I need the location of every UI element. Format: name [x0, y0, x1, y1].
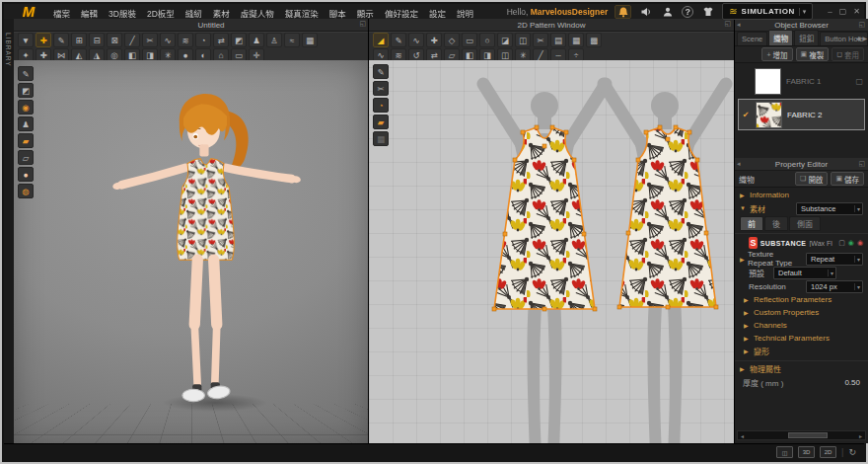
simulate-toggle[interactable]: ◉ [18, 100, 34, 115]
right-panel-hscrollbar[interactable]: ◂ ▸ [737, 430, 866, 440]
fabric-row-1[interactable]: FABRIC 1 ▢ [738, 65, 865, 97]
scroll-right-icon[interactable]: ▸ [856, 432, 865, 439]
fabric-row-2[interactable]: ✔ FABRIC 2 [738, 99, 865, 130]
texture-repeat-dropdown[interactable]: Repeat ▾ [806, 253, 863, 266]
texture-brush-toggle[interactable]: ✎ [18, 66, 34, 81]
refresh-icon[interactable]: ↻ [848, 447, 856, 457]
save-fabric-button[interactable]: ▣儲存 [831, 172, 864, 186]
section-information[interactable]: ▶ Information [735, 188, 868, 201]
scissors-tool[interactable]: ✂ [142, 33, 158, 47]
menu-render[interactable]: 擬真渲染 [285, 9, 319, 19]
fabric-library-toggle[interactable]: ▰ [18, 133, 34, 148]
restore-button[interactable]: ▢ [839, 7, 847, 16]
fabric-info-icon[interactable]: ▢ [855, 77, 863, 86]
simulation-button[interactable]: ≋ SIMULATION ▾ [722, 3, 813, 20]
apply-fabric-button[interactable]: ◻套用 [832, 47, 864, 61]
scrollbar-thumb[interactable] [788, 432, 828, 438]
garment-fit-tool[interactable]: ◩ [231, 33, 247, 47]
section-deformation[interactable]: ▶ 變形 [744, 345, 868, 357]
world-view-toggle[interactable]: ◍ [18, 184, 34, 198]
segment-sew-tool[interactable]: ∿ [160, 33, 176, 47]
close-button[interactable]: ✕ [853, 7, 860, 16]
trace-tool[interactable]: ◫ [515, 33, 531, 47]
thickness-value[interactable]: 0.50 [844, 378, 860, 387]
cut-tool[interactable]: ✂ [533, 33, 548, 47]
cut-sew-tool[interactable]: ✂ [373, 81, 389, 96]
substance-box-icon[interactable]: ▢ [838, 239, 845, 247]
pattern-piece-back[interactable] [619, 127, 716, 307]
float-window-icon[interactable]: ◱ [359, 20, 366, 28]
section-physical-properties[interactable]: ▶ 物理屬性 [735, 360, 868, 375]
collapse-panel-icon[interactable]: ◂ [737, 160, 741, 168]
material-tab-side[interactable]: 側面 [789, 216, 821, 231]
pin-remove-tool[interactable]: ⊠ [107, 33, 122, 47]
tab-scene[interactable]: Scene [737, 32, 767, 45]
measure-tool[interactable]: ╱ [124, 33, 140, 47]
pin-move-tool[interactable]: ⊟ [89, 33, 105, 47]
viewport-3d[interactable]: ✎◩◉♟▰▱●◍ [14, 60, 369, 447]
help-icon[interactable]: ? [682, 6, 693, 18]
tab-button[interactable]: 鈕釦 [794, 30, 819, 45]
notification-bell-icon[interactable] [615, 5, 631, 19]
titlebar-2d[interactable]: 2D Pattern Window ◱ [369, 19, 734, 32]
collapse-panel-icon[interactable]: ◂ [737, 21, 741, 29]
symmetry-tool[interactable]: ⇄ [213, 33, 229, 47]
material-type-dropdown[interactable]: Substance ▾ [796, 202, 863, 215]
preset-dropdown[interactable]: Default ▾ [773, 267, 836, 279]
polygon-tool[interactable]: ◇ [444, 33, 460, 47]
section-technical-parameters[interactable]: ▶ Technical Parameters [744, 332, 868, 345]
material-tab-back[interactable]: 後 [764, 216, 788, 231]
layout-2d-button[interactable]: 2D [820, 446, 836, 458]
free-sew-tool[interactable]: ≋ [178, 33, 193, 47]
menu-sewing[interactable]: 縫紉 [185, 9, 202, 19]
resolution-dropdown[interactable]: 1024 px ▾ [806, 280, 863, 293]
menu-help[interactable]: 說明 [457, 9, 473, 19]
tab-prev-icon[interactable]: ◀ [856, 35, 861, 41]
grid-alt-tool[interactable]: ▩ [586, 33, 602, 47]
scroll-left-icon[interactable]: ◂ [738, 432, 747, 439]
add-fabric-button[interactable]: +增加 [761, 47, 792, 61]
avatar-size-tool[interactable]: ♙ [266, 33, 282, 47]
fabric-swatch-toggle[interactable]: ▰ [373, 115, 389, 129]
float-window-icon[interactable]: ◱ [858, 21, 865, 29]
float-window-icon[interactable]: ◱ [858, 160, 865, 168]
garment-dress[interactable] [178, 159, 235, 261]
menu-preferences[interactable]: 偏好設定 [385, 9, 418, 19]
open-fabric-button[interactable]: ❏開啟 [795, 172, 828, 186]
menu-script[interactable]: 腳本 [329, 9, 346, 19]
account-icon[interactable] [660, 6, 675, 18]
select-pen-tool[interactable]: ✎ [53, 33, 69, 47]
grid-snap-toggle[interactable]: ▦ [373, 131, 389, 146]
material-tab-front[interactable]: 前 [740, 216, 763, 231]
dart-tool[interactable]: ◪ [497, 33, 513, 47]
rectangle-tool[interactable]: ▭ [462, 33, 477, 47]
menu-display[interactable]: 顯示 [357, 9, 374, 19]
fold-arrange-tool[interactable]: ◔ [195, 33, 211, 47]
viewport-2d[interactable]: ✎✂◔▰▦ [369, 60, 734, 447]
tab-next-icon[interactable]: ▶ [862, 35, 867, 41]
menu-material[interactable]: 素材 [213, 9, 230, 19]
pin-tool[interactable]: ⊞ [71, 33, 87, 47]
property-editor-titlebar[interactable]: ◂ Property Editor ◱ [735, 158, 868, 171]
speaker-icon[interactable] [638, 6, 653, 18]
copy-fabric-button[interactable]: ▣複製 [796, 47, 830, 61]
splitter-3d-2d[interactable] [368, 19, 369, 443]
layout-3d-button[interactable]: 3D [798, 446, 815, 458]
float-window-icon[interactable]: ◱ [724, 20, 731, 28]
garment-icon[interactable] [700, 6, 715, 18]
menu-2d-pattern[interactable]: 2D板型 [147, 9, 175, 19]
substance-remove-icon[interactable]: ◉ [857, 239, 863, 247]
show-avatar-toggle[interactable]: ♟ [18, 116, 34, 131]
grid-tool[interactable]: ▦ [568, 33, 584, 47]
substance-refresh-icon[interactable]: ◉ [848, 239, 854, 247]
menu-settings[interactable]: 設定 [429, 9, 446, 19]
grid-3d-tool[interactable]: ▦ [302, 33, 318, 47]
simulation-dropdown-arrow[interactable]: ▾ [799, 8, 807, 16]
scrollbar-track[interactable] [747, 431, 856, 439]
select-move-tool[interactable]: ✚ [36, 33, 51, 47]
grade-tool[interactable]: ▤ [550, 33, 566, 47]
simulate-tool[interactable]: ▼ [18, 33, 34, 47]
measure-gauge-tool[interactable]: ◔ [373, 98, 389, 113]
section-material[interactable]: ▼ 素材 Substance ▾ [735, 201, 868, 215]
wind-tool[interactable]: ≈ [284, 33, 300, 47]
